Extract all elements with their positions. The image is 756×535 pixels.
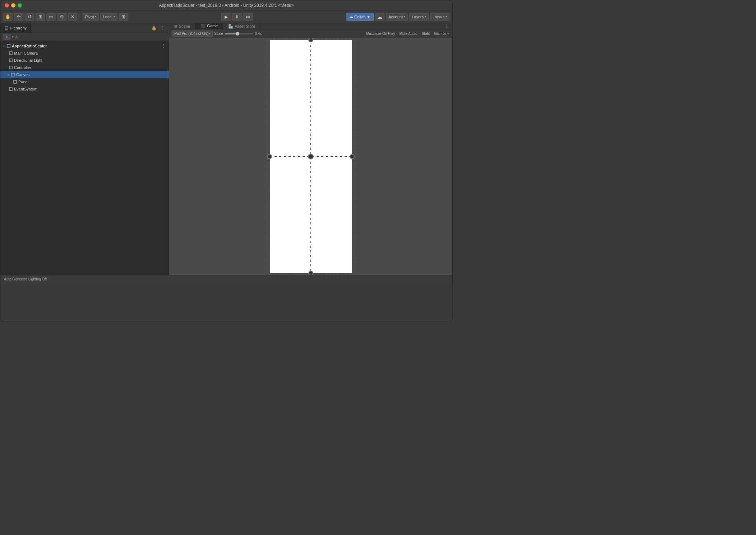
cube-icon-panel xyxy=(13,79,18,84)
main-toolbar: ✋ ✛ ↺ ⊞ ▭ ⊕ ✕ Pivot ▾ Local ▾ ⊞ ▶ ⏸ ⏭ ☁ … xyxy=(0,10,452,23)
minimize-button[interactable] xyxy=(11,3,15,8)
hierarchy-item-controller[interactable]: Controller xyxy=(0,64,169,71)
scale-tool-button[interactable]: ⊞ xyxy=(36,13,45,21)
layout-icon-button[interactable]: ⊞ xyxy=(119,13,128,21)
scale-value: 0.4x xyxy=(255,32,262,36)
game-tab[interactable]: ⬛ Game xyxy=(195,23,223,29)
scene-tab-label: Scene xyxy=(179,24,190,28)
rotate-tool-button[interactable]: ↺ xyxy=(25,13,34,21)
handle-center[interactable] xyxy=(308,154,314,159)
local-arrow: ▾ xyxy=(114,15,115,18)
step-button[interactable]: ⏭ xyxy=(243,13,253,21)
asset-store-tab-icon: 🏪 xyxy=(228,24,233,29)
hierarchy-tab-icon: ☰ xyxy=(5,26,8,31)
svg-rect-5 xyxy=(9,59,12,62)
game-tab-icon: ⬛ xyxy=(200,24,206,28)
panels-row: ☰ Hierarchy 🔒 ⋮ + ▾ ▾ AspectRatioScaler xyxy=(0,23,452,275)
account-dropdown[interactable]: Account ▾ xyxy=(386,13,408,21)
layout-label: Layout xyxy=(433,15,444,19)
hierarchy-item-panel[interactable]: Panel xyxy=(0,78,169,85)
play-button[interactable]: ▶ xyxy=(221,13,231,21)
layout-dropdown[interactable]: Layout ▾ xyxy=(430,13,450,21)
layers-label: Layers xyxy=(412,15,424,19)
separator-1 xyxy=(80,13,80,20)
hierarchy-add-button[interactable]: + xyxy=(3,34,10,40)
svg-rect-6 xyxy=(9,66,12,69)
cube-icon-light xyxy=(8,58,13,63)
cube-icon-controller xyxy=(8,65,13,70)
pivot-arrow: ▾ xyxy=(95,15,96,18)
svg-rect-7 xyxy=(11,73,14,76)
pivot-dropdown[interactable]: Pivot ▾ xyxy=(83,13,99,21)
hierarchy-panel: ☰ Hierarchy 🔒 ⋮ + ▾ ▾ AspectRatioScaler xyxy=(0,23,169,275)
svg-rect-9 xyxy=(9,88,12,90)
resolution-arrow: ▾ xyxy=(209,32,211,35)
local-dropdown[interactable]: Local ▾ xyxy=(100,13,117,21)
maximize-on-play-button[interactable]: Maximize On Play xyxy=(365,31,397,36)
tree-expand-arrow: ▾ xyxy=(2,44,6,48)
hierarchy-lock-icon[interactable]: 🔒 xyxy=(151,25,157,31)
cube-icon-canvas xyxy=(10,72,15,77)
hierarchy-item-main-camera[interactable]: Main Camera xyxy=(0,50,169,57)
maximize-button[interactable] xyxy=(18,3,22,8)
scale-control: Scale 0.4x xyxy=(214,32,262,36)
hierarchy-label-panel: Panel xyxy=(18,80,28,84)
rect-tool-button[interactable]: ▭ xyxy=(46,13,56,21)
game-panel-menu-button[interactable]: ⋮ xyxy=(442,23,450,29)
title-bar: AspectRatioScaler - test_2019.3 - Androi… xyxy=(0,0,452,10)
move-tool-button[interactable]: ✛ xyxy=(14,13,23,21)
status-bar: Auto Generate Lighting Off xyxy=(0,275,452,283)
bottom-edge-dots xyxy=(270,273,352,275)
cloud-button[interactable]: ☁ xyxy=(375,13,384,21)
transform-tool-button[interactable]: ⊕ xyxy=(57,13,66,21)
game-toolbar: iPad Pro (2048x2736) ▾ Scale 0.4x Maximi… xyxy=(169,29,452,38)
hand-tool-button[interactable]: ✋ xyxy=(3,13,13,21)
gizmos-label: Gizmos xyxy=(434,32,446,36)
hierarchy-label-aspect-ratio-scaler: AspectRatioScaler xyxy=(12,44,47,48)
hierarchy-item-event-system[interactable]: EventSystem xyxy=(0,85,169,93)
game-panel: ⊞ Scene ⬛ Game 🏪 Asset Store ⋮ iPad Pro … xyxy=(169,23,452,275)
hierarchy-label-directional-light: Directional Light xyxy=(14,58,42,62)
layers-arrow: ▾ xyxy=(425,15,426,18)
gizmos-button[interactable]: Gizmos ▾ xyxy=(433,31,450,36)
layers-dropdown[interactable]: Layers ▾ xyxy=(409,13,429,21)
collab-label: Collab ▼ xyxy=(354,15,370,19)
mute-audio-button[interactable]: Mute Audio xyxy=(398,31,419,36)
canvas-expand-arrow: ▾ xyxy=(6,73,10,77)
collab-button[interactable]: ☁ Collab ▼ xyxy=(346,13,374,21)
hierarchy-menu-button[interactable]: ⋮ xyxy=(159,25,167,31)
game-tab-label: Game xyxy=(207,24,218,28)
close-button[interactable] xyxy=(5,3,9,8)
svg-rect-0 xyxy=(7,45,10,47)
scene-tab[interactable]: ⊞ Scene xyxy=(169,23,195,29)
hierarchy-label-event-system: EventSystem xyxy=(14,87,37,91)
hierarchy-item-menu-button[interactable]: ⋮ xyxy=(160,43,167,49)
cube-icon-camera xyxy=(8,51,13,56)
window-title: AspectRatioScaler - test_2019.3 - Androi… xyxy=(159,3,294,8)
pivot-label: Pivot xyxy=(85,15,94,19)
status-message: Auto Generate Lighting Off xyxy=(4,277,47,281)
account-label: Account xyxy=(388,15,403,19)
resolution-dropdown[interactable]: iPad Pro (2048x2736) ▾ xyxy=(171,31,213,37)
hierarchy-label-main-camera: Main Camera xyxy=(14,51,38,55)
hierarchy-tab[interactable]: ☰ Hierarchy xyxy=(0,23,31,33)
scale-label: Scale xyxy=(214,32,223,36)
hierarchy-label-controller: Controller xyxy=(14,65,31,70)
resolution-label: iPad Pro (2048x2736) xyxy=(174,32,208,36)
cube-icon xyxy=(6,43,11,48)
scene-tab-icon: ⊞ xyxy=(174,24,178,29)
hierarchy-item-directional-light[interactable]: Directional Light xyxy=(0,57,169,64)
cube-icon-eventsystem xyxy=(8,87,13,92)
pause-button[interactable]: ⏸ xyxy=(232,13,242,21)
asset-store-tab-label: Asset Store xyxy=(235,24,255,28)
asset-store-tab[interactable]: 🏪 Asset Store xyxy=(223,23,261,29)
svg-rect-8 xyxy=(14,80,17,83)
scale-slider[interactable] xyxy=(225,33,253,34)
hierarchy-item-canvas[interactable]: ▾ Canvas xyxy=(0,71,169,78)
hierarchy-search-input[interactable] xyxy=(15,35,166,39)
hierarchy-label-canvas: Canvas xyxy=(16,73,29,77)
stats-button[interactable]: Stats xyxy=(420,31,432,36)
gizmos-arrow: ▾ xyxy=(447,32,449,36)
custom-tool-button[interactable]: ✕ xyxy=(68,13,77,21)
hierarchy-item-aspect-ratio-scaler[interactable]: ▾ AspectRatioScaler ⋮ xyxy=(0,42,169,50)
